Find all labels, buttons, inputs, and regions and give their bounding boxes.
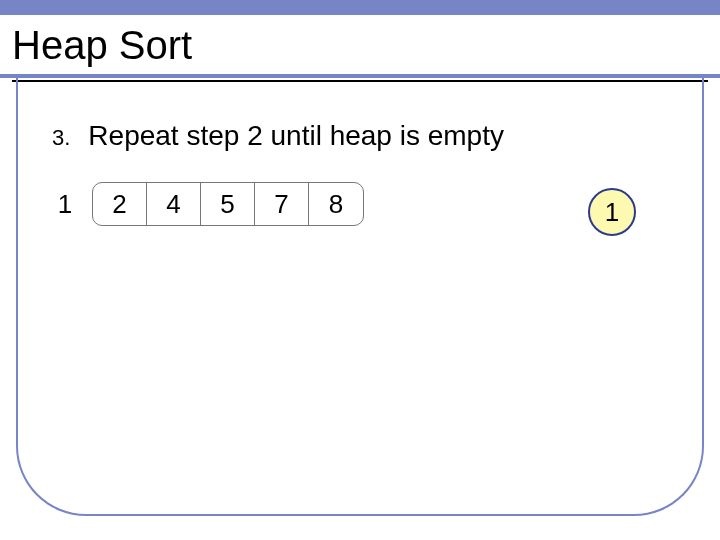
array-cell: 8: [309, 183, 363, 225]
slide-title: Heap Sort: [12, 23, 708, 68]
title-area: Heap Sort: [0, 15, 720, 78]
array-cell: 7: [255, 183, 309, 225]
array-cell: 4: [147, 183, 201, 225]
step-text: Repeat step 2 until heap is empty: [88, 120, 504, 152]
array-cell: 2: [93, 183, 147, 225]
heap-node: 1: [588, 188, 636, 236]
array-boxed-cells: 2 4 5 7 8: [92, 182, 364, 226]
array-leading-cell: 1: [38, 182, 92, 226]
step-line: 3. Repeat step 2 until heap is empty: [52, 120, 692, 152]
step-number: 3.: [52, 125, 70, 151]
top-accent-bar: [0, 0, 720, 15]
array-cell: 5: [201, 183, 255, 225]
